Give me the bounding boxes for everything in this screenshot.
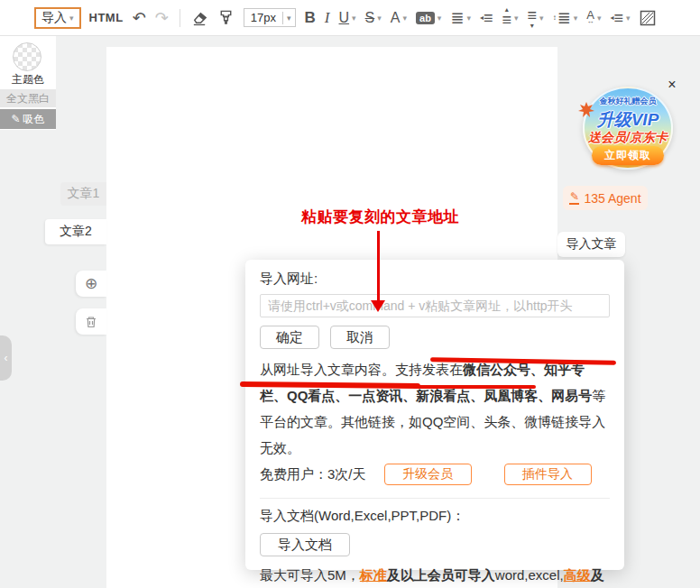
border-style-icon[interactable]	[635, 10, 660, 26]
add-article-button[interactable]: ⊕	[76, 271, 106, 297]
chevron-down-icon: ▾	[514, 14, 519, 23]
arrow-down-icon: ▾	[530, 23, 534, 29]
italic-button[interactable]: I	[320, 9, 335, 27]
font-size-select[interactable]: 17px ▾	[244, 8, 296, 27]
margin-bottom-button[interactable]: ≡ ▾ ▾	[523, 7, 548, 29]
underline-button[interactable]: U ▾	[335, 10, 361, 26]
theme-panel: 主题色 全文黑白 ✎ 吸色	[0, 36, 56, 130]
theme-color-label: 主题色	[0, 72, 56, 87]
lines-icon: ≡	[613, 10, 623, 26]
agent-button[interactable]: ✎ 135 Agent	[563, 186, 648, 210]
font-color-button[interactable]: A ▾	[386, 10, 411, 26]
chevron-down-icon: ▾	[597, 14, 602, 23]
annotation-text: 粘贴要复刻的文章地址	[301, 207, 459, 227]
lines-icon: ≡	[484, 10, 493, 26]
collapse-sidebar-handle[interactable]: ‹	[0, 335, 12, 381]
import-doc-button[interactable]: 导入文档	[260, 533, 350, 556]
chevron-down-icon: ▾	[438, 14, 442, 23]
delete-article-button[interactable]	[76, 308, 106, 335]
import-label: 导入	[41, 10, 67, 26]
pen-icon: ✎	[569, 191, 579, 205]
updown-arrow-icon: ↕	[553, 14, 557, 22]
plugin-import-button[interactable]: 插件导入	[504, 464, 592, 485]
align-icon: ≣	[450, 10, 464, 26]
close-icon[interactable]: ×	[664, 77, 680, 93]
paragraph-indent-button[interactable]: ◂ ≡ ▾	[605, 10, 634, 26]
toolbar-divider	[180, 9, 180, 27]
banner-claim-button[interactable]: 立即领取	[592, 146, 664, 165]
font-size-value: 17px	[244, 9, 282, 26]
align-button[interactable]: ≣ ▾	[446, 10, 475, 26]
chevron-down-icon: ▾	[626, 14, 631, 23]
annotation-underline-3	[413, 385, 536, 389]
import-doc-note: 最大可导入5M，标准及以上会员可导入word,excel,高级及以上可导入ppt…	[260, 562, 610, 588]
annotation-arrowhead-icon	[371, 300, 385, 312]
chevron-down-icon: ▾	[69, 14, 74, 23]
fulltext-bw-toggle[interactable]: 全文黑白	[0, 89, 56, 107]
format-painter-icon[interactable]	[213, 9, 239, 26]
chevron-down-icon: ▾	[402, 14, 407, 23]
import-dropdown[interactable]: 导入 ▾	[34, 7, 81, 29]
highlight-button[interactable]: ab ▾	[411, 12, 446, 24]
html-source-button[interactable]: HTML	[85, 11, 128, 24]
line-height-button[interactable]: ↕ ≣ ▾	[548, 10, 583, 26]
undo-icon[interactable]: ↶	[128, 10, 151, 26]
advanced-tier-link[interactable]: 高级	[564, 567, 591, 583]
agent-label: 135 Agent	[584, 191, 640, 206]
chevron-down-icon: ▾	[352, 14, 356, 23]
annotation-arrow	[377, 231, 380, 301]
indent-button[interactable]: ◂ ≡	[475, 10, 498, 26]
banner-title: 升级VIP	[585, 108, 671, 132]
confirm-button[interactable]: 确定	[260, 326, 319, 349]
free-quota-label: 免费用户：3次/天	[260, 466, 366, 483]
upgrade-member-button[interactable]: 升级会员	[384, 464, 472, 485]
color-picker-button[interactable]: ✎ 吸色	[0, 109, 56, 129]
toolbar: 导入 ▾ HTML ↶ ↷ 17px ▾ B I U ▾ S ▾ A ▾	[0, 0, 700, 36]
import-description: 从网址导入文章内容。支持发表在微信公众号、知乎专栏、QQ看点、一点资讯、新浪看点…	[260, 356, 610, 461]
standard-tier-link[interactable]: 标准	[360, 567, 387, 583]
banner-gift-line: 送会员/京东卡	[585, 130, 671, 146]
import-article-button[interactable]: 导入文章	[557, 232, 625, 257]
editor-window: 导入 ▾ HTML ↶ ↷ 17px ▾ B I U ▾ S ▾ A ▾	[0, 0, 700, 588]
import-dialog: 导入网址: 确定 取消 从网址导入文章内容。支持发表在微信公众号、知乎专栏、QQ…	[245, 260, 624, 570]
import-doc-label: 导入文档(Word,Excel,PPT,PDF)：	[260, 508, 610, 525]
lines-icon: ≡	[528, 7, 538, 23]
vip-promo-banner[interactable]: 金秋好礼赠会员 升级VIP 送会员/京东卡 立即领取	[583, 87, 673, 170]
eyedropper-icon: ✎	[11, 113, 20, 125]
bold-button[interactable]: B	[300, 9, 320, 27]
chevron-down-icon: ▾	[574, 14, 578, 23]
chevron-down-icon: ▾	[282, 12, 295, 24]
banner-subtitle: 金秋好礼赠会员	[585, 96, 671, 107]
letter-spacing-button[interactable]: A ↔ ▾	[582, 11, 605, 24]
strikethrough-button[interactable]: S ▾	[361, 10, 386, 26]
redo-icon[interactable]: ↷	[151, 10, 173, 26]
dialog-divider	[260, 498, 610, 499]
chevron-down-icon: ▾	[539, 14, 544, 23]
lines-icon: ≣	[557, 10, 571, 26]
tab-article-2[interactable]: 文章2	[45, 219, 106, 244]
import-url-input[interactable]	[260, 294, 610, 317]
margin-top-button[interactable]: ▴ ≡ ▾	[498, 7, 523, 29]
theme-color-swatch[interactable]	[13, 42, 41, 71]
desc-pre: 从网址导入文章内容。支持发表在	[260, 362, 463, 377]
chevron-down-icon: ▾	[377, 14, 382, 23]
import-url-label: 导入网址:	[260, 271, 610, 288]
eraser-icon[interactable]	[187, 9, 213, 26]
cancel-button[interactable]: 取消	[330, 326, 390, 349]
tab-article-1[interactable]: 文章1	[60, 182, 106, 206]
lines-icon: ≡	[502, 12, 512, 28]
leftright-arrow-icon: ↔	[587, 19, 594, 24]
chevron-down-icon: ▾	[466, 14, 471, 23]
